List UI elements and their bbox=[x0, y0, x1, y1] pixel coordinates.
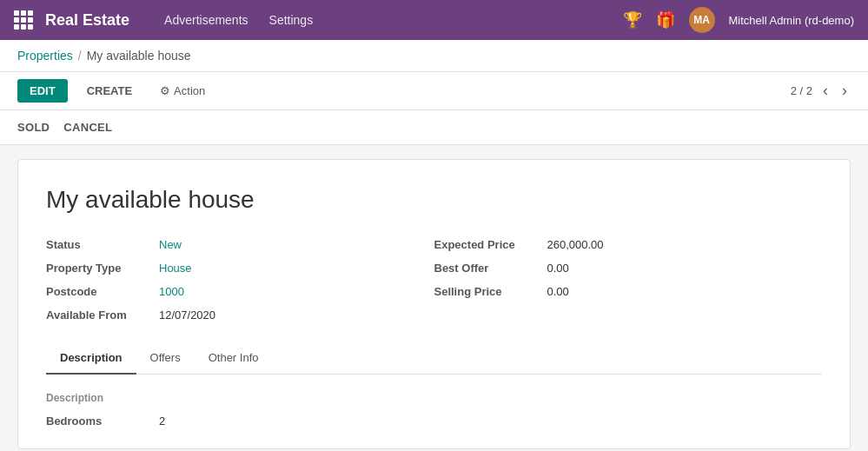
field-value-status: New bbox=[159, 238, 182, 251]
pagination-count: 2 / 2 bbox=[791, 84, 812, 97]
app-name: Real Estate bbox=[45, 11, 129, 30]
tab-field-row-bedrooms: Bedrooms 2 bbox=[46, 415, 822, 428]
breadcrumb-separator: / bbox=[78, 49, 82, 63]
tabs-bar: Description Offers Other Info bbox=[46, 342, 822, 375]
field-label-postcode: Postcode bbox=[46, 285, 159, 298]
field-label-expected-price: Expected Price bbox=[434, 238, 547, 251]
field-value-selling-price: 0.00 bbox=[547, 285, 569, 298]
grid-icon[interactable] bbox=[14, 10, 33, 30]
tab-other-info[interactable]: Other Info bbox=[195, 342, 273, 375]
sold-button[interactable]: SOLD bbox=[17, 117, 50, 137]
record-card: My available house Status New Property T… bbox=[17, 159, 851, 449]
field-value-available-from: 12/07/2020 bbox=[159, 308, 215, 322]
field-row-available-from: Available From 12/07/2020 bbox=[46, 308, 434, 322]
field-value-postcode: 1000 bbox=[159, 285, 184, 298]
nav-links: Advertisements Settings bbox=[164, 13, 622, 27]
user-label: Mitchell Admin (rd-demo) bbox=[729, 14, 855, 27]
fields-right: Expected Price 260,000.00 Best Offer 0.0… bbox=[434, 238, 823, 322]
breadcrumb: Properties / My available house bbox=[0, 40, 868, 72]
tab-field-value-bedrooms: 2 bbox=[159, 415, 165, 428]
field-label-available-from: Available From bbox=[46, 308, 159, 322]
field-label-selling-price: Selling Price bbox=[434, 285, 547, 298]
field-row-expected-price: Expected Price 260,000.00 bbox=[434, 238, 823, 251]
status-bar: SOLD CANCEL bbox=[0, 110, 868, 145]
edit-button[interactable]: EDIT bbox=[17, 79, 68, 103]
action-menu-label: Action bbox=[174, 84, 205, 97]
main-content: My available house Status New Property T… bbox=[0, 145, 868, 451]
field-value-expected-price: 260,000.00 bbox=[547, 238, 604, 251]
avatar[interactable]: MA bbox=[689, 7, 715, 33]
fields-left: Status New Property Type House Postcode … bbox=[46, 238, 434, 322]
breadcrumb-current: My available house bbox=[87, 49, 191, 63]
field-row-selling-price: Selling Price 0.00 bbox=[434, 285, 823, 298]
nav-advertisements[interactable]: Advertisements bbox=[164, 13, 248, 27]
field-value-best-offer: 0.00 bbox=[547, 262, 569, 275]
gift-icon[interactable]: 🎁 bbox=[656, 10, 675, 30]
gear-icon: ⚙ bbox=[160, 84, 170, 97]
nav-settings[interactable]: Settings bbox=[269, 13, 314, 27]
pagination-next[interactable]: › bbox=[838, 80, 851, 102]
tab-content-description: Description Bedrooms 2 bbox=[46, 375, 822, 448]
field-label-property-type: Property Type bbox=[46, 262, 159, 275]
action-menu-button[interactable]: ⚙ Action bbox=[160, 84, 205, 97]
tab-offers[interactable]: Offers bbox=[136, 342, 195, 375]
action-bar: EDIT CREATE ⚙ Action 2 / 2 ‹ › bbox=[0, 72, 868, 110]
nav-right: 🏆 🎁 MA Mitchell Admin (rd-demo) bbox=[623, 7, 855, 33]
section-label: Description bbox=[46, 392, 822, 404]
field-row-property-type: Property Type House bbox=[46, 262, 434, 275]
breadcrumb-parent[interactable]: Properties bbox=[17, 49, 73, 63]
pagination-prev[interactable]: ‹ bbox=[819, 80, 832, 102]
field-row-postcode: Postcode 1000 bbox=[46, 285, 434, 298]
fields-grid: Status New Property Type House Postcode … bbox=[46, 238, 822, 322]
field-value-property-type: House bbox=[159, 262, 192, 275]
record-title: My available house bbox=[46, 186, 822, 214]
field-row-status: Status New bbox=[46, 238, 434, 251]
trophy-icon[interactable]: 🏆 bbox=[623, 10, 642, 30]
tab-description[interactable]: Description bbox=[46, 342, 136, 375]
cancel-button[interactable]: CANCEL bbox=[63, 117, 112, 137]
top-nav: Real Estate Advertisements Settings 🏆 🎁 … bbox=[0, 0, 868, 40]
field-label-best-offer: Best Offer bbox=[434, 262, 547, 275]
field-row-best-offer: Best Offer 0.00 bbox=[434, 262, 823, 275]
tab-field-label-bedrooms: Bedrooms bbox=[46, 415, 159, 428]
pagination: 2 / 2 ‹ › bbox=[791, 80, 851, 102]
field-label-status: Status bbox=[46, 238, 159, 251]
create-button[interactable]: CREATE bbox=[75, 79, 144, 103]
